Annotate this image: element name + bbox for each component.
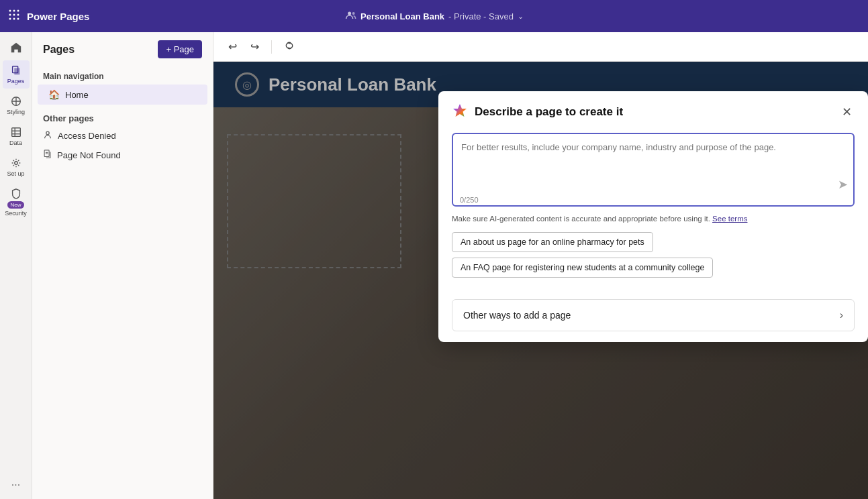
page-not-found-label: Page Not Found (57, 150, 121, 160)
send-button[interactable]: ➤ (838, 177, 848, 192)
access-denied-icon (43, 130, 52, 142)
top-bar: ​ Power Pages Personal Loan Bank - Priva… (0, 0, 868, 32)
suggestion-chip-1[interactable]: An FAQ page for registering new students… (452, 258, 713, 278)
suggestion-chip-0[interactable]: An about us page for an online pharmacy … (452, 232, 653, 252)
modal-body: 0/250 ➤ Make sure AI-generated content i… (438, 133, 868, 342)
app-grid-icon[interactable]: ​ (8, 9, 20, 24)
describe-textarea[interactable] (452, 133, 855, 207)
main-nav-label: Main navigation (32, 66, 213, 84)
copilot-icon (452, 103, 468, 121)
pages-label: Pages (7, 78, 25, 85)
site-name: Personal Loan Bank (360, 11, 444, 21)
svg-point-18 (14, 162, 17, 165)
other-ways-chevron-icon: › (840, 309, 843, 321)
page-not-found-icon (43, 150, 52, 161)
sidebar-header: Pages + Page (32, 40, 213, 66)
other-ways-label: Other ways to add a page (463, 310, 571, 321)
svg-point-0 (9, 9, 11, 11)
modal-title-row: Describe a page to create it (452, 103, 623, 121)
setup-label: Set up (7, 170, 24, 177)
svg-point-9 (348, 11, 351, 15)
home-nav-icon: 🏠 (48, 89, 60, 100)
link-button[interactable] (280, 38, 299, 56)
svg-point-19 (46, 131, 49, 134)
site-preview: ◎ Personal Loan Bank (213, 62, 868, 499)
sidebar-item-pages[interactable]: Pages (3, 60, 30, 89)
main-layout: Pages Styling Data Set up New Security ·… (0, 32, 868, 499)
data-label: Data (9, 140, 22, 146)
styling-label: Styling (7, 109, 25, 115)
describe-page-modal: Describe a page to create it ✕ 0/250 ➤ M… (438, 91, 868, 342)
access-denied-label: Access Denied (58, 131, 116, 141)
sidebar-item-setup[interactable]: Set up (3, 153, 30, 181)
svg-rect-12 (14, 68, 19, 74)
other-ways-row[interactable]: Other ways to add a page › (452, 299, 855, 331)
other-pages-label: Other pages (32, 105, 213, 126)
redo-button[interactable]: ↪ (246, 38, 263, 56)
undo-button[interactable]: ↩ (224, 38, 241, 56)
toolbar-divider (271, 40, 272, 54)
add-page-button[interactable]: + Page (158, 40, 202, 58)
modal-header: Describe a page to create it ✕ (438, 91, 868, 133)
canvas-toolbar: ↩ ↪ (213, 32, 868, 62)
security-new-badge: New (7, 201, 23, 209)
modal-overlay: Describe a page to create it ✕ 0/250 ➤ M… (213, 62, 868, 499)
rail-more-dots[interactable]: ··· (11, 479, 20, 491)
svg-point-3 (9, 13, 11, 15)
home-nav-label: Home (65, 90, 183, 100)
sidebar-title: Pages (43, 44, 75, 56)
icon-rail: Pages Styling Data Set up New Security ·… (0, 32, 32, 499)
svg-point-1 (13, 9, 15, 11)
svg-point-5 (17, 13, 19, 15)
sidebar-item-data[interactable]: Data (3, 122, 30, 150)
modal-close-button[interactable]: ✕ (839, 102, 855, 122)
sidebar-item-security[interactable]: New Security (3, 184, 30, 221)
site-dropdown-chevron[interactable]: ⌄ (518, 12, 524, 21)
sidebar-item-page-not-found[interactable]: Page Not Found (32, 146, 213, 165)
modal-title: Describe a page to create it (475, 105, 623, 119)
svg-rect-14 (11, 128, 20, 137)
sidebar: Pages + Page Main navigation 🏠 Home ··· … (32, 32, 213, 499)
sidebar-item-home[interactable] (3, 38, 30, 58)
security-label: Security (5, 210, 27, 217)
site-info: Personal Loan Bank - Private - Saved ⌄ (344, 9, 524, 23)
sidebar-item-home-nav[interactable]: 🏠 Home ··· (38, 85, 207, 105)
sidebar-item-styling[interactable]: Styling (3, 91, 30, 119)
textarea-wrapper: 0/250 ➤ (452, 133, 855, 209)
svg-point-4 (13, 13, 15, 15)
suggestions-container: An about us page for an online pharmacy … (452, 232, 855, 283)
svg-point-8 (17, 17, 19, 19)
site-users-icon (344, 9, 356, 23)
svg-point-6 (9, 17, 11, 19)
svg-point-7 (13, 17, 15, 19)
svg-point-10 (352, 12, 354, 15)
see-terms-link[interactable]: See terms (712, 215, 747, 223)
sidebar-item-access-denied[interactable]: Access Denied (32, 126, 213, 146)
svg-point-2 (17, 9, 19, 11)
char-counter: 0/250 (460, 196, 479, 204)
canvas-area: ↩ ↪ ◎ Personal Loan Bank (213, 32, 868, 499)
ai-disclaimer: Make sure AI-generated content is accura… (452, 215, 855, 223)
site-status: - Private - Saved (448, 11, 514, 21)
app-title: Power Pages (27, 11, 89, 22)
